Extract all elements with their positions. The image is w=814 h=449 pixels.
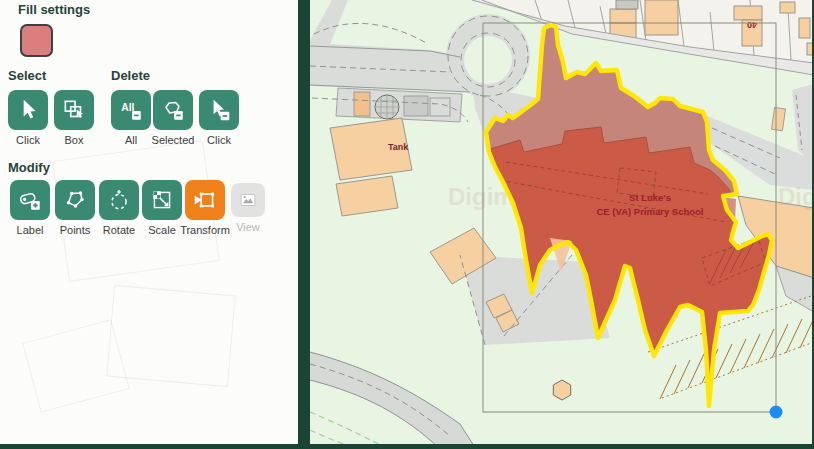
select-click-button[interactable]: Click: [8, 90, 48, 130]
button-label: Label: [17, 224, 44, 236]
modify-points-button[interactable]: Points: [55, 180, 95, 220]
button-label: All: [125, 134, 137, 146]
modify-label-button[interactable]: Label: [10, 180, 50, 220]
label-tag-icon: [17, 187, 43, 213]
points-icon: [62, 187, 88, 213]
delete-section-title: Delete: [111, 68, 150, 83]
select-box-button[interactable]: Box: [54, 90, 94, 130]
panel-divider: [298, 0, 310, 449]
button-label: View: [236, 221, 260, 233]
tank-label: Tank: [388, 142, 409, 152]
map-hexagon-building: [553, 380, 570, 400]
button-label: Rotate: [103, 224, 135, 236]
delete-all-icon: All: [118, 97, 144, 123]
school-label-line1: St Luke's: [629, 192, 671, 203]
modify-rotate-button[interactable]: Rotate: [99, 180, 139, 220]
school-label-line2: CE (VA) Primary School: [597, 206, 704, 217]
transform-icon: [192, 187, 218, 213]
panel-background-ghost: [22, 319, 130, 412]
button-label: Points: [60, 224, 91, 236]
delete-selected-icon: [160, 97, 186, 123]
select-section-title: Select: [8, 68, 46, 83]
map-canvas[interactable]: 40: [310, 0, 812, 444]
watermark-text: Digimap: [778, 183, 812, 210]
button-label: Click: [16, 134, 40, 146]
plot-number-label: 40: [747, 20, 757, 30]
app-window: Fill settings Select Delete Click Box Al…: [0, 0, 814, 449]
modify-view-button: View: [231, 183, 265, 217]
delete-click-button[interactable]: Click: [199, 90, 239, 130]
modify-scale-button[interactable]: Scale: [142, 180, 182, 220]
button-label: Box: [65, 134, 84, 146]
delete-click-icon: [206, 97, 232, 123]
box-select-icon: [61, 97, 87, 123]
modify-section-title: Modify: [8, 160, 50, 175]
fill-settings-title: Fill settings: [18, 2, 90, 17]
button-label: Click: [207, 134, 231, 146]
tool-panel: Fill settings Select Delete Click Box Al…: [0, 0, 298, 444]
fill-color-swatch[interactable]: [20, 24, 53, 57]
button-label: Selected: [152, 134, 195, 146]
panel-background-ghost: [106, 285, 236, 387]
delete-selected-button[interactable]: Selected: [153, 90, 193, 130]
scale-icon: [149, 187, 175, 213]
delete-all-button[interactable]: All All: [111, 90, 151, 130]
rotate-icon: [106, 187, 132, 213]
transform-handle[interactable]: [770, 406, 783, 419]
button-label: Scale: [148, 224, 176, 236]
modify-transform-button[interactable]: Transform: [185, 180, 225, 220]
view-image-icon: [237, 189, 259, 211]
cursor-icon: [15, 97, 41, 123]
button-label: Transform: [180, 224, 230, 236]
